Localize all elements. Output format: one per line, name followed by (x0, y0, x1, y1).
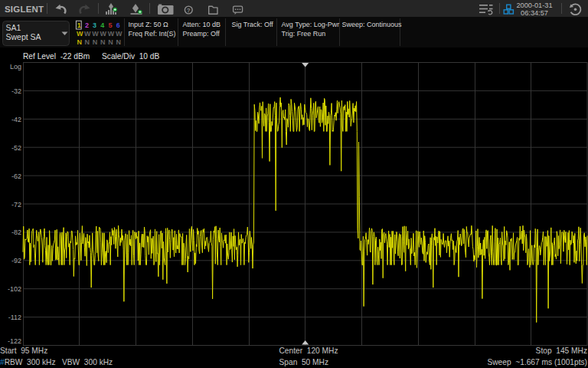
svg-text:-92: -92 (11, 257, 21, 264)
svg-text:3: 3 (93, 21, 96, 29)
svg-text:Scale/Div 10 dB: Scale/Div 10 dB (102, 52, 160, 61)
svg-text:N: N (93, 38, 98, 46)
svg-text:Input Z: 50 Ω: Input Z: 50 Ω (129, 21, 169, 28)
svg-text:SIGLENT: SIGLENT (5, 5, 44, 14)
svg-text:-112: -112 (8, 314, 21, 321)
svg-text:-32: -32 (11, 87, 21, 95)
svg-text:-62: -62 (11, 172, 21, 180)
svg-text:Freq Ref: Int(S): Freq Ref: Int(S) (129, 30, 176, 38)
svg-text:N: N (116, 38, 121, 46)
svg-text:N: N (77, 38, 82, 46)
svg-text:4: 4 (100, 21, 104, 29)
svg-text:Stop 145 MHz: Stop 145 MHz (536, 347, 587, 355)
svg-text:Atten: 10 dB: Atten: 10 dB (183, 21, 221, 28)
svg-text:W: W (84, 30, 91, 38)
svg-text:#RBW 300 kHz VBW 300 kHz: #RBW 300 kHz VBW 300 kHz (0, 358, 113, 366)
svg-text:Swept SA: Swept SA (6, 32, 41, 41)
svg-text:-82: -82 (11, 228, 21, 236)
svg-text:W: W (92, 30, 99, 38)
svg-text:Sweep ~1.667 ms (1001pts): Sweep ~1.667 ms (1001pts) (487, 358, 587, 366)
svg-text:W: W (116, 30, 122, 38)
svg-text:Sweep: Continuous: Sweep: Continuous (342, 21, 403, 28)
svg-text:Trig: Free Run: Trig: Free Run (282, 30, 326, 38)
svg-text:W: W (77, 30, 83, 38)
svg-text:Avg Type: Log-Pwr: Avg Type: Log-Pwr (282, 21, 340, 28)
svg-text:Sig Track: Off: Sig Track: Off (232, 21, 274, 28)
svg-text:Preamp: Off: Preamp: Off (183, 30, 220, 38)
svg-text:-122: -122 (8, 337, 21, 345)
svg-text:06:34:57: 06:34:57 (521, 9, 548, 17)
svg-text:SA1: SA1 (6, 23, 21, 32)
svg-text:1: 1 (77, 21, 81, 29)
svg-text:Ref Level -22 dBm: Ref Level -22 dBm (23, 52, 90, 61)
svg-text:N: N (85, 38, 90, 46)
svg-text:N: N (108, 38, 113, 46)
svg-text:Start 95 MHz: Start 95 MHz (0, 347, 47, 355)
svg-text:N: N (100, 38, 106, 46)
svg-text:Span 50 MHz: Span 50 MHz (279, 358, 329, 366)
svg-text:2: 2 (85, 21, 89, 29)
svg-text:-102: -102 (8, 285, 21, 293)
svg-text:-52: -52 (11, 144, 21, 152)
svg-text:Center 120 MHz: Center 120 MHz (279, 347, 338, 355)
svg-text:Log: Log (10, 63, 21, 71)
svg-text:W: W (108, 30, 115, 38)
svg-text:W: W (100, 30, 107, 38)
svg-text:-42: -42 (11, 116, 21, 123)
svg-text:5: 5 (109, 21, 113, 29)
svg-text:6: 6 (116, 21, 120, 29)
svg-text:2000-01-31: 2000-01-31 (517, 2, 553, 9)
svg-text:-72: -72 (11, 201, 21, 209)
svg-text:?: ? (187, 7, 191, 14)
